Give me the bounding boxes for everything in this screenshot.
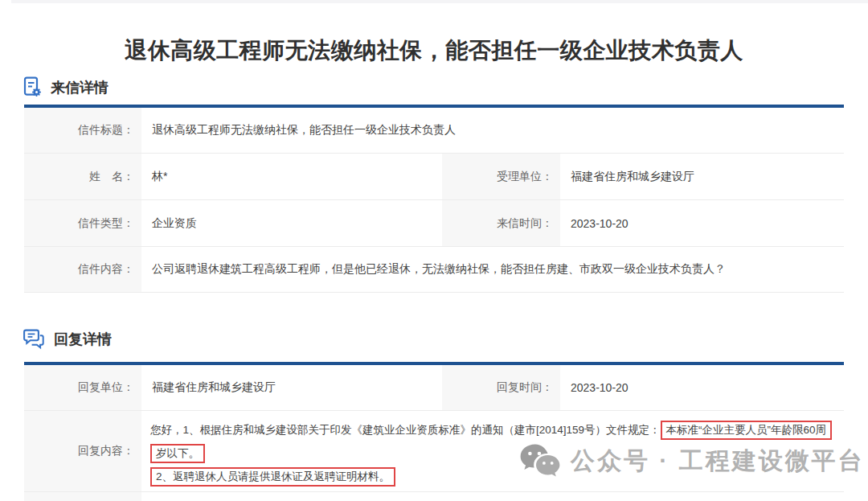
field-value-subject: 退休高级工程师无法缴纳社保，能否担任一级企业技术负责人 [141, 108, 844, 154]
field-label-accepting-unit: 受理单位： [442, 154, 560, 200]
chat-bubbles-icon [23, 329, 45, 350]
reply-content-line-1: 您好，1、根据住房和城乡建设部关于印发《建筑业企业资质标准》的通知（建市[201… [150, 418, 832, 441]
reply-text-plain: 您好，1、根据住房和城乡建设部关于印发《建筑业企业资质标准》的通知（建市[201… [150, 424, 661, 436]
field-label-reply-date: 回复时间： [442, 365, 560, 411]
reply-content-line-2: 岁以下。 [150, 441, 205, 465]
reply-text-highlight-1: 本标准“企业主要人员”年龄限60周 [661, 421, 833, 440]
top-divider [11, 0, 868, 3]
field-label-letter-type: 信件类型： [24, 200, 141, 247]
letter-section-header: 来信详情 [23, 76, 108, 98]
reply-section-header: 回复详情 [23, 329, 112, 350]
document-gear-icon [23, 76, 42, 98]
letter-detail-table: 信件标题： 退休高级工程师无法缴纳社保，能否担任一级企业技术负责人 姓 名： 林… [24, 105, 844, 293]
field-value-reply-unit: 福建省住房和城乡建设厅 [141, 365, 442, 411]
field-label-letter-date: 来信时间： [442, 200, 560, 247]
field-value-accepting-unit: 福建省住房和城乡建设厅 [560, 154, 844, 200]
field-label-name: 姓 名： [24, 154, 141, 200]
field-label-subject: 信件标题： [24, 108, 141, 154]
field-value-letter-date: 2023-10-20 [560, 200, 844, 247]
field-label-empty [24, 492, 141, 501]
reply-content-line-3: 2、返聘退休人员请提供退休证及返聘证明材料。 [150, 465, 395, 488]
reply-detail-table: 回复单位： 福建省住房和城乡建设厅 回复时间： 2023-10-20 回复内容：… [24, 362, 844, 501]
page-title: 退休高级工程师无法缴纳社保，能否担任一级企业技术负责人 [0, 35, 868, 66]
letter-section-title: 来信详情 [51, 78, 108, 97]
field-value-reply-content: 您好，1、根据住房和城乡建设部关于印发《建筑业企业资质标准》的通知（建市[201… [141, 411, 844, 492]
reply-section-title: 回复详情 [54, 330, 112, 349]
reply-text-highlight-3: 2、返聘退休人员请提供退休证及返聘证明材料。 [150, 467, 395, 487]
reply-text-highlight-2: 岁以下。 [150, 444, 205, 463]
field-value-letter-content: 公司返聘退休建筑工程高级工程师，但是他已经退休，无法缴纳社保，能否担任房建、市政… [141, 247, 844, 293]
field-value-name: 林* [141, 154, 442, 200]
field-value-empty [141, 492, 844, 501]
field-value-reply-date: 2023-10-20 [560, 365, 844, 411]
field-label-reply-unit: 回复单位： [24, 365, 141, 411]
field-label-letter-content: 信件内容： [24, 247, 141, 293]
letter-reply-detail-page: 退休高级工程师无法缴纳社保，能否担任一级企业技术负责人 来信详情 信件标题： 退 [0, 0, 868, 501]
field-value-letter-type: 企业资质 [141, 200, 442, 247]
field-label-reply-content: 回复内容： [24, 411, 141, 492]
